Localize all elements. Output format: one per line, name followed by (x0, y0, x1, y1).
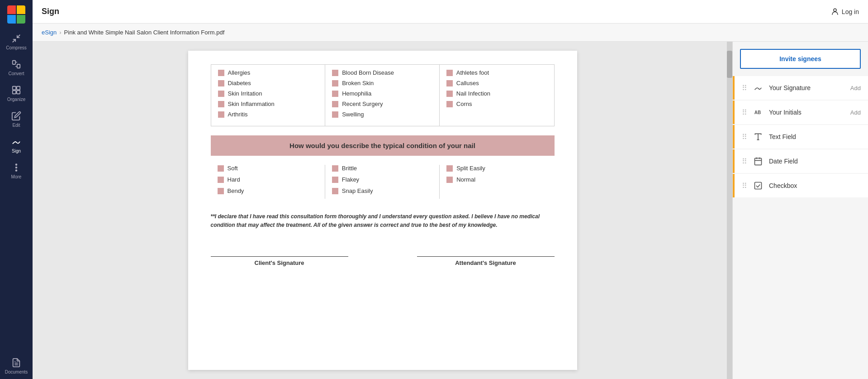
sidebar-item-documents[interactable]: Documents (0, 353, 33, 379)
checkbox-calluses[interactable] (446, 80, 453, 86)
checkbox-snap-easily[interactable] (332, 188, 338, 194)
checkbox-icon (753, 180, 764, 191)
condition-athletes-foot: Athletes foot (446, 69, 547, 76)
checkbox-diabetes[interactable] (218, 80, 224, 86)
checkbox-blood-born[interactable] (332, 70, 338, 76)
sidebar-item-more[interactable]: More (0, 158, 33, 184)
checkbox-arthritis[interactable] (218, 111, 224, 118)
checkbox-skin-irritation[interactable] (218, 91, 224, 97)
sidebar: Compress Convert Organize Edit Sign (0, 0, 33, 379)
condition-recent-surgery: Recent Surgery (332, 101, 432, 107)
checkbox-athletes-foot[interactable] (446, 70, 453, 76)
checkbox-allergies[interactable] (218, 70, 224, 76)
conditions-col-1: Allergies Diabetes Skin Irritation Skin … (211, 65, 326, 126)
main-area: Allergies Diabetes Skin Irritation Skin … (33, 42, 868, 379)
text-icon (753, 131, 764, 142)
checkbox-broken-skin[interactable] (332, 80, 338, 86)
drag-handle-date[interactable]: ⠿ (742, 157, 747, 166)
condition-nail-infection: Nail Infection (446, 90, 547, 97)
condition-swelling: Swelling (332, 111, 432, 118)
scrollbar-thumb[interactable] (727, 51, 732, 78)
nail-col-3: Split Easily Normal (440, 165, 554, 199)
breadcrumb-link[interactable]: eSign (42, 29, 57, 36)
checkbox-brittle[interactable] (332, 165, 338, 172)
field-item-date[interactable]: ⠿ Date Field (733, 149, 868, 173)
field-item-checkbox[interactable]: ⠿ Checkbox (733, 174, 868, 197)
checkbox-recent-surgery[interactable] (332, 101, 338, 107)
doc-page: Allergies Diabetes Skin Irritation Skin … (188, 51, 577, 370)
attendant-signature-line (417, 248, 555, 257)
nail-normal: Normal (446, 176, 547, 183)
condition-allergies: Allergies (218, 69, 318, 76)
svg-rect-11 (755, 158, 762, 165)
sidebar-item-sign[interactable]: Sign (0, 132, 33, 158)
condition-skin-inflammation: Skin Inflammation (218, 101, 318, 107)
checkbox-soft[interactable] (218, 165, 224, 172)
checkbox-nail-infection[interactable] (446, 91, 453, 97)
invite-signees-button[interactable]: Invite signees (740, 49, 861, 69)
condition-broken-skin: Broken Skin (332, 80, 432, 86)
calendar-icon (753, 156, 764, 167)
scrollbar-track[interactable] (727, 42, 732, 379)
nail-condition-grid: Soft Hard Bendy Brittle (211, 165, 555, 199)
breadcrumb-current: Pink and White Simple Nail Salon Client … (64, 29, 225, 36)
checkbox-hard[interactable] (218, 177, 224, 183)
sidebar-item-compress[interactable]: Compress (0, 29, 33, 55)
svg-point-9 (834, 9, 836, 11)
nail-brittle: Brittle (332, 165, 432, 172)
date-field-label: Date Field (769, 158, 861, 165)
drag-handle-checkbox[interactable]: ⠿ (742, 182, 747, 190)
nail-split-easily: Split Easily (446, 165, 547, 172)
nail-hard: Hard (218, 176, 318, 183)
nail-col-1: Soft Hard Bendy (211, 165, 325, 199)
conditions-grid: Allergies Diabetes Skin Irritation Skin … (211, 64, 555, 126)
doc-viewer[interactable]: Allergies Diabetes Skin Irritation Skin … (33, 42, 732, 379)
svg-rect-4 (13, 91, 16, 94)
login-button[interactable]: Log in (831, 8, 859, 16)
checkbox-normal[interactable] (446, 177, 453, 183)
drag-handle-initials[interactable]: ⠿ (742, 108, 747, 117)
condition-hemophilia: Hemophilia (332, 90, 432, 97)
drag-handle-signature[interactable]: ⠿ (742, 84, 747, 92)
breadcrumb: eSign › Pink and White Simple Nail Salon… (33, 24, 868, 42)
condition-calluses: Calluses (446, 80, 547, 86)
attendant-signature-block: Attendant's Signature (417, 248, 555, 266)
initials-icon: AB (753, 107, 764, 118)
sidebar-item-convert[interactable]: Convert (0, 55, 33, 81)
condition-arthritis: Arthritis (218, 111, 318, 118)
svg-rect-2 (13, 86, 16, 90)
checkbox-corns[interactable] (446, 101, 453, 107)
checkbox-bendy[interactable] (218, 188, 224, 194)
client-signature-line (211, 248, 348, 257)
topbar: Sign Log in (33, 0, 868, 24)
user-icon (831, 8, 839, 16)
svg-rect-3 (17, 86, 20, 90)
client-signature-block: Client's Signature (211, 248, 348, 266)
svg-rect-0 (13, 61, 15, 64)
nail-soft: Soft (218, 165, 318, 172)
sidebar-item-organize[interactable]: Organize (0, 81, 33, 106)
svg-point-7 (16, 167, 17, 168)
field-list: ⠿ Your Signature Add ⠿ AB Your Initials (733, 76, 868, 198)
initials-add-button[interactable]: Add (850, 109, 861, 116)
text-field-label: Text Field (769, 133, 861, 140)
signature-add-button[interactable]: Add (850, 85, 861, 91)
svg-rect-1 (17, 64, 20, 68)
checkbox-split-easily[interactable] (446, 165, 453, 172)
checkbox-swelling[interactable] (332, 111, 338, 118)
field-item-text[interactable]: ⠿ Text Field (733, 125, 868, 149)
checkbox-hemophilia[interactable] (332, 91, 338, 97)
condition-diabetes: Diabetes (218, 80, 318, 86)
nail-snap-easily: Snap Easily (332, 187, 432, 194)
sidebar-item-edit[interactable]: Edit (0, 106, 33, 132)
checkbox-skin-inflammation[interactable] (218, 101, 224, 107)
checkbox-flakey[interactable] (332, 177, 338, 183)
field-item-signature[interactable]: ⠿ Your Signature Add (733, 76, 868, 100)
svg-point-6 (16, 164, 17, 165)
drag-handle-text[interactable]: ⠿ (742, 133, 747, 141)
breadcrumb-separator: › (59, 29, 61, 36)
signature-area: Client's Signature Attendant's Signature (211, 248, 555, 266)
nail-bendy: Bendy (218, 187, 318, 194)
declaration-text: **I declare that I have read this consul… (211, 212, 555, 230)
field-item-initials[interactable]: ⠿ AB Your Initials Add (733, 101, 868, 124)
